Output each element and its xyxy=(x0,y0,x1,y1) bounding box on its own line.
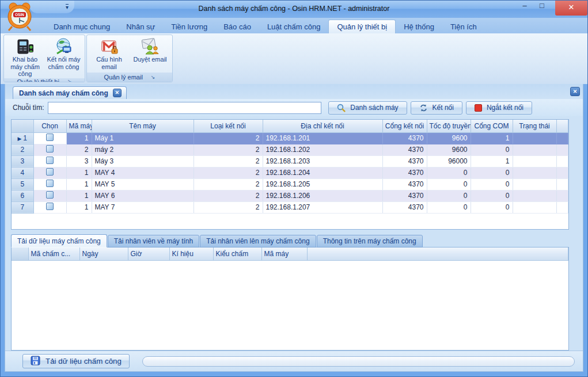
search-input[interactable] xyxy=(48,102,322,114)
row-checkbox[interactable] xyxy=(46,157,54,164)
column-header-loai-ket-noi[interactable]: Loại kết nối xyxy=(194,120,263,132)
panel-close-icon[interactable]: ✕ xyxy=(570,87,580,96)
column-header-dia-chi-ket-noi[interactable]: Địa chỉ kết nối xyxy=(263,120,382,132)
column-header-toc-do-truyen[interactable]: Tốc độ truyền xyxy=(427,120,471,132)
ket-noi-may-label: Kết nối máy chấm công xyxy=(45,56,82,70)
dialog-launcher-icon[interactable]: ↘ xyxy=(67,79,72,82)
ket-noi-button[interactable]: Kết nối xyxy=(411,101,462,115)
column-header-chon[interactable]: Chọn xyxy=(33,120,66,132)
ribbon-tab-tien-luong[interactable]: Tiền lương xyxy=(163,20,215,33)
download-progress-bar xyxy=(142,356,575,367)
select-cell xyxy=(33,167,66,178)
tai-du-lieu-cham-cong-button[interactable]: Tải dữ liệu chấm công xyxy=(22,354,130,368)
minimize-button[interactable]: – xyxy=(516,1,533,12)
cell-dia-chi: 192.168.1.204 xyxy=(263,167,382,178)
ribbon-tab-luat-cham-cong[interactable]: Luật chấm công xyxy=(259,20,329,33)
row-indicator: 5 xyxy=(12,178,33,190)
cell-toc-do: 0 xyxy=(427,201,471,213)
cell-dia-chi: 192.168.1.203 xyxy=(263,155,382,167)
cell-ma-may: 1 xyxy=(66,201,92,213)
danh-sach-may-button[interactable]: Danh sách máy xyxy=(328,101,407,115)
column-header-ngay[interactable]: Ngày xyxy=(79,247,128,260)
column-header-ma-cham-cong[interactable]: Mã chấm c... xyxy=(28,247,79,260)
tab-tai-nhan-vien-ve-may-tinh[interactable]: Tải nhân viên về máy tính xyxy=(108,235,199,247)
column-header-gio[interactable]: Giờ xyxy=(128,247,169,260)
cell-ten-may: MAY 5 xyxy=(92,178,194,190)
machine-row[interactable]: ▶1 1 Máy 1 2 192.168.1.201 4370 9600 1 xyxy=(12,132,568,144)
cell-ma-may: 1 xyxy=(66,132,92,144)
column-header-kieu-cham[interactable]: Kiểu chấm xyxy=(213,247,261,260)
title-bar: ▾ OSIN Danh sách máy chấm công - Osin HR… xyxy=(1,1,587,18)
cell-filler xyxy=(556,167,568,178)
cell-dia-chi: 192.168.1.206 xyxy=(263,190,382,201)
tab-thong-tin-tren-may[interactable]: Thông tin trên máy chấm công xyxy=(317,235,423,247)
row-checkbox[interactable] xyxy=(46,191,54,199)
select-cell xyxy=(33,144,66,155)
machine-row[interactable]: 3 3 Máy 3 2 192.168.1.203 4370 96000 1 xyxy=(12,155,568,167)
content-area: Danh sách máy chấm công ✕ ✕ Chuỗi tìm: D… xyxy=(5,84,583,372)
column-header-ten-may[interactable]: Tên máy xyxy=(92,120,194,132)
cell-filler xyxy=(556,132,568,144)
row-indicator: 3 xyxy=(12,155,33,167)
cau-hinh-email-button[interactable]: Cấu hình email xyxy=(89,37,129,71)
column-header-ma-may-log[interactable]: Mã máy xyxy=(261,247,307,260)
attendance-device-icon xyxy=(16,37,35,56)
ribbon-tab-tien-ich[interactable]: Tiện ích xyxy=(442,20,485,33)
select-cell xyxy=(33,178,66,190)
machine-row[interactable]: 7 1 MAY 7 2 192.168.1.207 4370 0 0 xyxy=(12,201,568,213)
cell-dia-chi: 192.168.1.205 xyxy=(263,178,382,190)
cell-loai-ket-noi: 2 xyxy=(194,167,263,178)
column-header-ki-hieu[interactable]: Kí hiệu xyxy=(169,247,213,260)
cell-filler xyxy=(556,178,568,190)
gmail-lock-icon xyxy=(100,37,119,56)
column-header-trang-thai[interactable]: Trạng thái xyxy=(513,120,556,132)
ribbon-tab-nhan-su[interactable]: Nhân sự xyxy=(118,20,163,33)
machine-row[interactable]: 5 1 MAY 5 2 192.168.1.205 4370 0 0 xyxy=(12,178,568,190)
tab-tai-nhan-vien-len-may[interactable]: Tải nhân viên lên máy chấm công xyxy=(200,235,316,247)
search-toolbar: Chuỗi tìm: Danh sách máy xyxy=(5,99,583,116)
duyet-email-button[interactable]: Duyệt email xyxy=(130,37,170,64)
ribbon-tab-quan-ly-thiet-bi[interactable]: Quản lý thiết bị xyxy=(328,20,396,33)
cell-cong-ket-noi: 4370 xyxy=(382,144,427,155)
select-cell xyxy=(33,132,66,144)
select-cell xyxy=(33,201,66,213)
select-cell xyxy=(33,190,66,201)
dialog-launcher-icon[interactable]: ↘ xyxy=(151,75,155,80)
tab-tai-du-lieu-may[interactable]: Tải dữ liệu máy chấm công xyxy=(11,234,107,247)
cell-trang-thai xyxy=(513,167,556,178)
cell-cong-ket-noi: 4370 xyxy=(382,155,427,167)
ribbon-tab-he-thong[interactable]: Hệ thống xyxy=(396,20,442,33)
cell-filler xyxy=(556,155,568,167)
cell-cong-com: 1 xyxy=(471,132,513,144)
khai-bao-may-button[interactable]: Khai báo máy chấm công xyxy=(6,37,44,78)
machine-row[interactable]: 4 1 MAY 4 2 192.168.1.204 4370 0 0 xyxy=(12,167,568,178)
ribbon-tab-danh-muc-chung[interactable]: Danh mục chung xyxy=(45,20,118,33)
row-checkbox[interactable] xyxy=(46,134,54,141)
row-checkbox[interactable] xyxy=(46,145,54,153)
cell-cong-com: 0 xyxy=(471,201,513,213)
column-header-ma-may[interactable]: Mã máy xyxy=(66,120,92,132)
cell-dia-chi: 192.168.1.202 xyxy=(263,144,382,155)
row-checkbox[interactable] xyxy=(46,180,54,187)
ribbon-tab-bao-cao[interactable]: Báo cáo xyxy=(215,20,259,33)
cell-filler xyxy=(556,201,568,213)
cell-cong-ket-noi: 4370 xyxy=(382,201,427,213)
column-header-cong-ket-noi[interactable]: Cổng kết nối xyxy=(382,120,427,132)
row-checkbox[interactable] xyxy=(46,168,54,176)
tab-danh-sach-may-cham-cong[interactable]: Danh sách máy chấm công ✕ xyxy=(13,86,127,99)
cell-toc-do: 0 xyxy=(427,167,471,178)
cell-ten-may: MAY 6 xyxy=(92,190,194,201)
column-header-cong-com[interactable]: Cổng COM xyxy=(471,120,513,132)
close-button[interactable]: ✕ xyxy=(555,1,587,16)
network-globe-icon xyxy=(55,37,73,56)
ngat-ket-noi-button[interactable]: Ngắt kết nối xyxy=(466,101,532,115)
machine-row[interactable]: 6 1 MAY 6 2 192.168.1.206 4370 0 0 xyxy=(12,190,568,201)
ket-noi-may-button[interactable]: Kết nối máy chấm công xyxy=(45,37,82,71)
machine-row[interactable]: 2 2 máy 2 2 192.168.1.202 4370 9600 0 xyxy=(12,144,568,155)
duyet-email-label: Duyệt email xyxy=(133,56,166,63)
tab-close-icon[interactable]: ✕ xyxy=(113,89,122,97)
stop-icon xyxy=(475,104,482,112)
row-checkbox[interactable] xyxy=(46,203,54,210)
maximize-button[interactable]: □ xyxy=(533,1,551,12)
cell-toc-do: 0 xyxy=(427,178,471,190)
